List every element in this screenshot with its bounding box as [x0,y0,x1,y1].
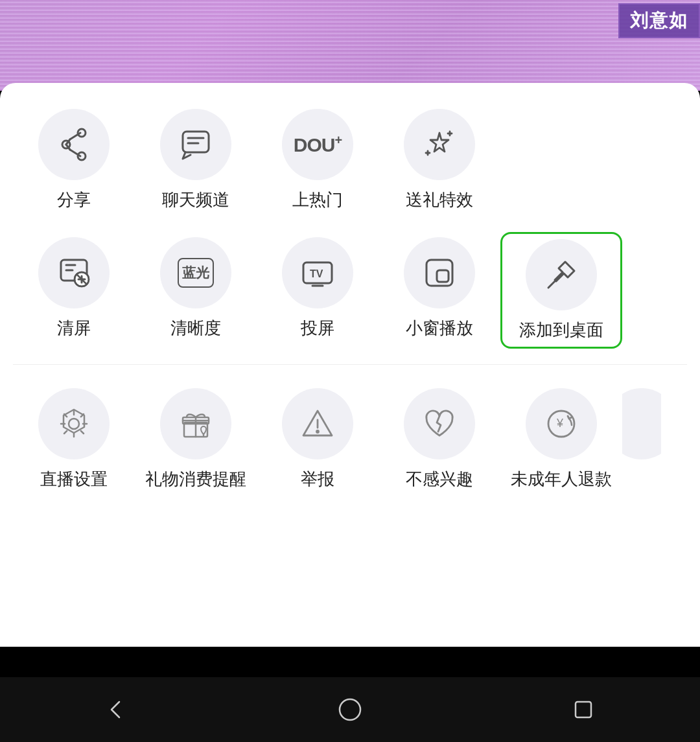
broken-heart-icon [421,406,458,442]
mini-window-icon-circle [404,237,475,308]
broken-heart-icon-circle [404,388,475,459]
recent-button[interactable] [569,695,598,724]
dou-icon-circle: DOU+ [282,109,353,180]
svg-rect-5 [183,132,209,152]
more-icon-circle [622,388,661,459]
menu-item-more[interactable] [622,383,661,474]
refund-icon-circle: ¥ [526,388,597,459]
recent-icon [569,695,598,724]
svg-point-35 [340,699,360,720]
settings-gear-icon [56,406,92,442]
chat-icon-circle [160,109,231,180]
svg-text:¥: ¥ [556,417,564,430]
clear-screen-label: 清屏 [57,318,91,340]
bottom-sheet-panel: 分享 聊天频道 DOU+ 上热门 [0,83,700,647]
menu-item-add-desktop[interactable]: 添加到桌面 [500,232,622,349]
svg-rect-24 [437,270,449,282]
menu-row-1: 分享 聊天频道 DOU+ 上热门 [13,104,687,216]
gift-bell-icon [178,406,214,442]
star-sparkle-icon-circle [404,109,475,180]
report-label: 举报 [301,469,334,491]
menu-item-clear-screen[interactable]: 清屏 [13,232,135,345]
menu-item-share[interactable]: 分享 [13,104,135,216]
share-label: 分享 [57,189,91,211]
streamer-name: 刘意如 [618,3,700,38]
pin-icon-circle [526,239,597,310]
live-settings-label: 直播设置 [40,469,108,491]
menu-item-report[interactable]: 举报 [257,383,379,496]
mini-window-icon [421,255,458,291]
share-icon [56,126,92,163]
menu-item-clarity[interactable]: 蓝光 清晰度 [135,232,257,345]
livestream-background [0,0,700,91]
gift-effect-label: 送礼特效 [406,189,473,211]
menu-item-mini-window[interactable]: 小窗播放 [379,232,500,345]
dou-icon: DOU+ [294,133,342,156]
home-button[interactable] [336,695,364,724]
star-sparkle-icon [421,126,458,163]
share-icon-circle [38,109,110,180]
add-desktop-label: 添加到桌面 [519,319,603,342]
menu-item-live-settings[interactable]: 直播设置 [13,383,135,496]
gift-bell-icon-circle [160,388,231,459]
refund-icon: ¥ [543,406,579,442]
svg-rect-36 [576,702,591,717]
clarity-label: 清晰度 [170,318,221,340]
menu-row-2: 清屏 蓝光 清晰度 TV 投屏 [13,232,687,349]
home-icon [336,695,364,724]
svg-line-25 [548,279,557,288]
mini-window-label: 小窗播放 [406,318,473,340]
menu-item-trending[interactable]: DOU+ 上热门 [257,104,379,216]
back-icon [102,695,131,724]
clear-screen-icon [56,255,92,291]
bluray-icon-circle: 蓝光 [160,237,231,308]
menu-item-chat-channel[interactable]: 聊天频道 [135,104,257,216]
android-nav-bar [0,677,700,742]
svg-point-32 [317,430,319,432]
gift-reminder-label: 礼物消费提醒 [145,469,246,491]
menu-item-cast[interactable]: TV 投屏 [257,232,379,345]
clear-screen-icon-circle [38,237,110,308]
warning-icon-circle [282,388,353,459]
cast-label: 投屏 [301,318,334,340]
chat-icon [178,126,214,163]
warning-icon [299,406,336,442]
menu-item-gift-effect[interactable]: 送礼特效 [379,104,500,216]
menu-divider [13,364,687,365]
refund-label: 未成年人退款 [511,469,612,491]
settings-gear-icon-circle [38,388,110,459]
not-interested-label: 不感兴趣 [406,469,473,491]
menu-item-refund[interactable]: ¥ 未成年人退款 [500,383,622,496]
pin-icon [543,257,579,293]
tv-icon-circle: TV [282,237,353,308]
trending-label: 上热门 [292,189,343,211]
svg-text:TV: TV [310,268,323,279]
menu-item-gift-reminder[interactable]: 礼物消费提醒 [135,383,257,496]
bluray-icon: 蓝光 [178,258,214,288]
back-button[interactable] [102,695,131,724]
menu-item-not-interested[interactable]: 不感兴趣 [379,383,500,496]
bottom-menu-row: 直播设置 [13,383,687,496]
chat-channel-label: 聊天频道 [162,189,229,211]
tv-icon: TV [299,255,336,291]
